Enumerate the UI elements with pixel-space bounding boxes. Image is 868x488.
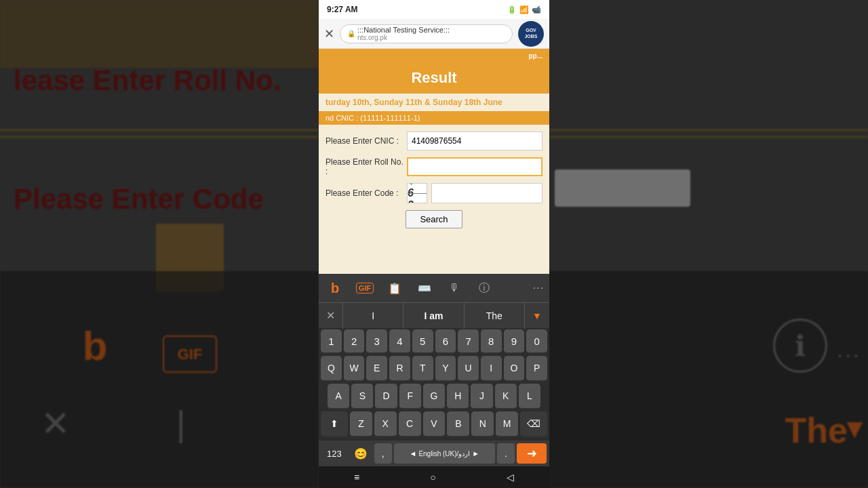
key-t[interactable]: T (412, 356, 433, 382)
key-e[interactable]: E (366, 356, 387, 382)
language-key[interactable]: ◄ English (UK)/اردو ► (394, 443, 495, 464)
key-3[interactable]: 3 (366, 329, 387, 354)
number-keys-row: 1 2 3 4 5 6 7 8 9 0 (321, 329, 547, 354)
bg-code-text: Please Enter Code (14, 183, 264, 216)
key-c[interactable]: C (399, 411, 421, 437)
enter-key[interactable]: ➜ (517, 443, 547, 464)
key-1[interactable]: 1 (321, 329, 342, 354)
gif-icon: GIF (356, 283, 374, 293)
signal-icon: 📶 (519, 5, 529, 14)
close-suggestions-button[interactable]: ✕ (319, 303, 343, 329)
code-label: Please Enter Code : (326, 188, 407, 198)
back-nav-button[interactable]: ◁ (507, 472, 514, 483)
gif-button[interactable]: GIF (354, 277, 376, 299)
bg-bing-icon: b (68, 319, 122, 373)
lang-label: English (UK)/اردو (418, 450, 470, 458)
phone-frame: 9:27 AM 🔋 📶 📹 ✕ 🔒 :::National Testing Se… (319, 0, 549, 488)
key-l[interactable]: L (519, 384, 540, 409)
partial-top-bar: pp... (319, 49, 549, 62)
key-i[interactable]: I (481, 356, 502, 382)
asdf-row: A S D F G H J K L (321, 384, 547, 409)
kb-suggestions-bar: ✕ I I am The ▼ (319, 302, 549, 328)
key-2[interactable]: 2 (344, 329, 365, 354)
bg-info-circle: ℹ (773, 319, 827, 373)
key-y[interactable]: Y (435, 356, 456, 382)
key-6[interactable]: 6 (435, 329, 456, 354)
cnic-input[interactable] (407, 131, 542, 150)
key-h[interactable]: H (447, 384, 469, 409)
suggestion-i[interactable]: I (343, 303, 403, 329)
language-icon: ⌨️ (418, 282, 431, 295)
lang-arrow-right: ► (472, 449, 479, 458)
url-bar[interactable]: 🔒 :::National Testing Service::: nts.org… (340, 24, 513, 43)
key-4[interactable]: 4 (389, 329, 410, 354)
search-btn-row: Search (326, 210, 542, 228)
key-v[interactable]: V (423, 411, 446, 437)
key-r[interactable]: R (389, 356, 410, 382)
key-x[interactable]: X (374, 411, 397, 437)
suggestion-i-am[interactable]: I am (403, 303, 464, 329)
key-j[interactable]: J (471, 384, 492, 409)
kb-number-row: 1 2 3 4 5 6 7 8 9 0 Q W E R T Y U I (319, 328, 549, 441)
key-n[interactable]: N (471, 411, 494, 437)
info-button[interactable]: ⓘ (473, 277, 495, 299)
home-nav-button[interactable]: ○ (430, 472, 435, 483)
mic-button[interactable]: 🎙 (443, 277, 465, 299)
key-p[interactable]: P (526, 356, 547, 382)
bg-gif-box: GIF (163, 336, 217, 373)
code-input[interactable] (431, 183, 542, 203)
status-time: 9:27 AM (327, 5, 358, 14)
more-options-button[interactable]: ··· (533, 282, 544, 294)
key-5[interactable]: 5 (412, 329, 433, 354)
cnic-row: Please Enter CNIC : (326, 131, 542, 150)
period-key[interactable]: . (497, 443, 515, 464)
close-browser-button[interactable]: ✕ (324, 26, 334, 41)
bg-x-key: ✕ (41, 403, 71, 444)
web-content: pp... Result turday 10th, Sunday 11th & … (319, 49, 549, 274)
keyboard[interactable]: b GIF 📋 ⌨️ 🎙 ⓘ ··· ✕ I I am The (319, 274, 549, 466)
clipboard-button[interactable]: 📋 (384, 277, 406, 299)
key-m[interactable]: M (496, 411, 518, 437)
key-8[interactable]: 8 (481, 329, 502, 354)
roll-input[interactable] (407, 157, 542, 176)
backspace-key[interactable]: ⌫ (520, 411, 547, 437)
code-row: Please Enter Code : 2 4 6 2 3 (326, 183, 542, 203)
key-z[interactable]: Z (350, 411, 372, 437)
key-q[interactable]: Q (321, 356, 342, 382)
menu-nav-button[interactable]: ≡ (354, 472, 359, 483)
key-b[interactable]: B (447, 411, 469, 437)
numbers-mode-key[interactable]: 123 (321, 443, 347, 464)
kb-toolbar: b GIF 📋 ⌨️ 🎙 ⓘ ··· (319, 274, 549, 302)
emoji-key[interactable]: 😊 (349, 443, 372, 464)
key-g[interactable]: G (423, 384, 445, 409)
url-domain: nts.org.pk (357, 34, 450, 41)
key-a[interactable]: A (328, 384, 349, 409)
key-k[interactable]: K (495, 384, 517, 409)
key-d[interactable]: D (375, 384, 397, 409)
background-left: lease Enter Roll No. Please Enter Code b… (0, 0, 319, 488)
language-switch-button[interactable]: ⌨️ (414, 277, 435, 299)
battery-icon: 🔋 (507, 5, 517, 14)
key-s[interactable]: S (351, 384, 373, 409)
bing-button[interactable]: b (324, 277, 346, 299)
shift-key[interactable]: ⬆ (321, 411, 348, 437)
key-w[interactable]: W (344, 356, 365, 382)
key-f[interactable]: F (399, 384, 421, 409)
key-u[interactable]: U (458, 356, 479, 382)
comma-key[interactable]: , (374, 443, 392, 464)
result-header: Result (319, 62, 549, 94)
key-o[interactable]: O (504, 356, 525, 382)
status-icons: 🔋 📶 📹 (507, 5, 541, 14)
key-9[interactable]: 9 (504, 329, 525, 354)
key-0[interactable]: 0 (526, 329, 547, 354)
zxcv-row: ⬆ Z X C V B N M ⌫ (321, 411, 547, 437)
nav-bar: ≡ ○ ◁ (319, 466, 549, 488)
search-button[interactable]: Search (406, 210, 462, 228)
cnic-label: Please Enter CNIC : (326, 136, 407, 146)
lang-arrow-left: ◄ (410, 449, 417, 458)
suggestions-expand-button[interactable]: ▼ (525, 303, 549, 329)
suggestion-the[interactable]: The (465, 303, 525, 329)
key-7[interactable]: 7 (458, 329, 479, 354)
bg-right-input (555, 169, 690, 207)
info-icon: ⓘ (479, 281, 490, 296)
